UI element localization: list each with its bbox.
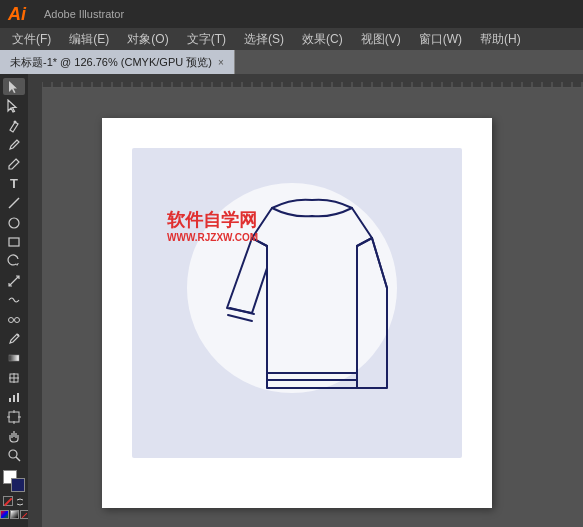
line-tool[interactable] — [3, 194, 25, 211]
svg-rect-17 — [17, 393, 19, 402]
svg-line-84 — [230, 308, 254, 314]
direct-select-tool[interactable] — [3, 97, 25, 114]
menu-bar: 文件(F) 编辑(E) 对象(O) 文字(T) 选择(S) 效果(C) 视图(V… — [0, 28, 583, 50]
zoom-tool[interactable] — [3, 447, 25, 464]
canvas-content: 软件自学网 WWW.RJZXW.COM — [28, 88, 583, 527]
menu-help[interactable]: 帮助(H) — [472, 29, 529, 50]
brush-tool[interactable] — [3, 136, 25, 153]
color-mode-button[interactable] — [0, 510, 9, 519]
title-bar: Ai Adobe Illustrator — [0, 0, 583, 28]
svg-marker-0 — [9, 81, 17, 93]
artboard: 软件自学网 WWW.RJZXW.COM — [102, 118, 492, 508]
menu-view[interactable]: 视图(V) — [353, 29, 409, 50]
select-tool[interactable] — [3, 78, 25, 95]
svg-rect-18 — [9, 412, 19, 422]
none-mode-button[interactable] — [20, 510, 29, 519]
blend-tool[interactable] — [3, 311, 25, 328]
illustration-background: 软件自学网 WWW.RJZXW.COM — [132, 148, 462, 458]
color-mode-buttons — [0, 510, 28, 519]
chart-tool[interactable] — [3, 389, 25, 406]
svg-rect-25 — [28, 74, 583, 88]
scale-tool[interactable] — [3, 272, 25, 289]
mesh-tool[interactable] — [3, 369, 25, 386]
tab-bar: 未标题-1* @ 126.76% (CMYK/GPU 预览) × — [0, 50, 583, 74]
watermark-text: 软件自学网 — [167, 208, 257, 232]
color-controls — [0, 466, 28, 523]
menu-object[interactable]: 对象(O) — [119, 29, 176, 50]
hand-tool[interactable] — [3, 427, 25, 444]
menu-edit[interactable]: 编辑(E) — [61, 29, 117, 50]
menu-file[interactable]: 文件(F) — [4, 29, 59, 50]
document-tab[interactable]: 未标题-1* @ 126.76% (CMYK/GPU 预览) × — [0, 50, 235, 74]
svg-line-85 — [228, 315, 252, 321]
menu-window[interactable]: 窗口(W) — [411, 29, 470, 50]
svg-marker-1 — [8, 100, 16, 112]
window-title: Adobe Illustrator — [44, 8, 124, 20]
svg-point-2 — [14, 120, 17, 123]
svg-point-10 — [17, 334, 19, 336]
svg-rect-16 — [13, 395, 15, 402]
pen-tool[interactable] — [3, 117, 25, 134]
svg-line-3 — [9, 198, 19, 208]
ellipse-tool[interactable] — [3, 214, 25, 231]
menu-select[interactable]: 选择(S) — [236, 29, 292, 50]
ruler-horizontal — [28, 74, 583, 88]
svg-marker-6 — [16, 263, 19, 266]
app-logo: Ai — [8, 4, 36, 25]
watermark-url: WWW.RJZXW.COM — [167, 232, 258, 243]
artboard-tool[interactable] — [3, 408, 25, 425]
swap-icon[interactable] — [15, 496, 25, 506]
tab-close-button[interactable]: × — [218, 57, 224, 68]
svg-rect-5 — [9, 238, 19, 246]
canvas-viewport[interactable]: 软件自学网 WWW.RJZXW.COM — [42, 88, 583, 527]
ruler-vertical — [28, 88, 42, 527]
svg-line-24 — [16, 457, 20, 461]
svg-point-4 — [9, 218, 19, 228]
svg-rect-81 — [28, 88, 42, 527]
svg-point-8 — [15, 317, 20, 322]
svg-rect-11 — [9, 355, 19, 361]
canvas-area: 软件自学网 WWW.RJZXW.COM — [28, 74, 583, 527]
svg-point-7 — [9, 317, 14, 322]
gradient-mode-button[interactable] — [10, 510, 19, 519]
stroke-swatch[interactable] — [11, 478, 25, 492]
gradient-tool[interactable] — [3, 350, 25, 367]
toolbar: T — [0, 74, 28, 527]
menu-text[interactable]: 文字(T) — [179, 29, 234, 50]
svg-rect-15 — [9, 398, 11, 402]
eyedropper-tool[interactable] — [3, 330, 25, 347]
main-layout: T — [0, 74, 583, 527]
none-icon[interactable] — [3, 496, 13, 506]
type-tool[interactable]: T — [3, 175, 25, 192]
tab-label: 未标题-1* @ 126.76% (CMYK/GPU 预览) — [10, 55, 212, 70]
fill-stroke-indicator[interactable] — [3, 470, 25, 492]
rotate-tool[interactable] — [3, 253, 25, 270]
rectangle-tool[interactable] — [3, 233, 25, 250]
pencil-tool[interactable] — [3, 156, 25, 173]
menu-effect[interactable]: 效果(C) — [294, 29, 351, 50]
warp-tool[interactable] — [3, 291, 25, 308]
svg-point-23 — [9, 450, 17, 458]
color-mode-icons — [3, 496, 25, 506]
